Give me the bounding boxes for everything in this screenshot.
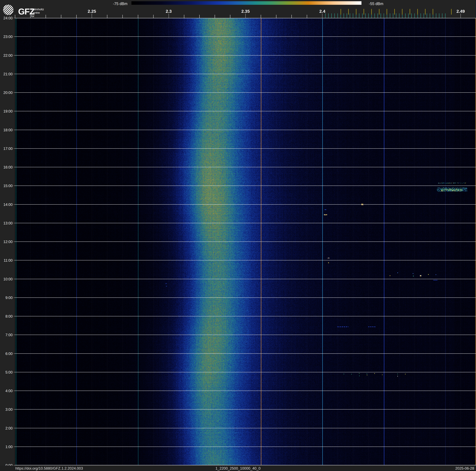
hour-tick: [14, 167, 15, 167]
freq-minor-tick: [153, 15, 153, 18]
freq-major-tick: [92, 14, 92, 18]
hour-tick-label: 7:00: [0, 333, 13, 337]
freq-tick-label: 2.25: [88, 9, 96, 14]
ble-channel-tick: [408, 13, 408, 18]
hour-tick: [14, 409, 15, 410]
hour-tick-label: 10:00: [0, 277, 13, 281]
hour-tick: [14, 279, 15, 279]
hour-tick-label: 9:00: [0, 296, 13, 300]
hour-tick: [14, 447, 15, 447]
freq-minor-tick: [122, 15, 123, 18]
hour-tick-label: 24:00: [0, 16, 13, 20]
hour-tick-label: 19:00: [0, 109, 13, 113]
hour-tick: [14, 465, 15, 466]
ble-channel-tick: [393, 13, 393, 18]
ble-channel-tick: [334, 13, 335, 18]
ble-channel-tick: [424, 13, 424, 18]
hour-tick-label: 13:00: [0, 221, 13, 225]
ble-channel-tick: [390, 13, 390, 18]
header-bar: GFZ Helmholtz Centre for Geosciences -75…: [0, 0, 476, 18]
freq-minor-tick: [30, 15, 31, 18]
wifi-channel-tick: [410, 9, 410, 15]
wifi-channel-tick: [394, 9, 395, 15]
colorbar-gradient: [131, 1, 361, 5]
hour-tick-label: 20:00: [0, 91, 13, 95]
freq-tick-label: 2.35: [241, 9, 250, 14]
wifi-channel-tick: [379, 9, 379, 15]
ble-channel-tick: [399, 13, 399, 18]
ble-channel-tick: [362, 13, 362, 18]
hour-tick-label: 4:00: [0, 389, 13, 393]
ble-channel-tick: [347, 13, 347, 18]
freq-minor-tick: [138, 15, 138, 18]
wifi-channel-tick: [348, 9, 349, 15]
hour-tick-label: 14:00: [0, 202, 13, 207]
wifi-channel-tick: [417, 9, 418, 15]
hour-tick: [14, 74, 15, 74]
ble-channel-tick: [421, 13, 421, 18]
ble-channel-tick: [353, 13, 353, 18]
hour-tick: [14, 55, 15, 55]
hour-tick: [14, 185, 15, 186]
freq-minor-tick: [46, 15, 46, 18]
hour-tick-label: 21:00: [0, 72, 13, 76]
ble-channel-tick: [374, 13, 375, 18]
freq-minor-tick: [276, 15, 276, 18]
hour-tick: [14, 372, 15, 372]
gfz-logo-icon: [3, 5, 14, 15]
ble-channel-tick: [344, 13, 344, 18]
freq-minor-tick: [230, 15, 230, 18]
freq-tick-label: 2.49: [457, 9, 465, 14]
ble-channel-tick: [430, 13, 430, 18]
hour-tick: [14, 335, 15, 335]
hour-tick: [14, 18, 15, 18]
ble-channel-tick: [359, 13, 359, 18]
ble-channel-tick: [381, 13, 381, 18]
footer-bar: https://doi.org/10.5880/GFZ.1.2.2024.003…: [0, 466, 476, 471]
freq-minor-tick: [107, 15, 107, 18]
hour-tick-label: 3:00: [0, 407, 13, 412]
wifi-channel-tick: [371, 9, 372, 15]
hour-tick: [14, 428, 15, 428]
freq-minor-tick: [61, 15, 61, 18]
ble-channel-tick: [439, 13, 439, 18]
freq-major-tick: [169, 14, 169, 18]
hour-tick: [14, 353, 15, 354]
hour-tick: [14, 92, 15, 93]
ble-channel-tick: [350, 13, 350, 18]
hour-tick-label: 16:00: [0, 165, 13, 169]
colorbar-max-label: -55 dBm: [369, 1, 383, 6]
freq-major-tick: [322, 14, 323, 18]
wifi-channel-tick: [356, 9, 357, 15]
wifi-channel-tick: [364, 9, 364, 15]
hour-tick: [14, 260, 15, 260]
wifi-channel-tick: [433, 9, 433, 15]
ble-channel-tick: [384, 13, 384, 18]
ble-channel-tick: [405, 13, 406, 18]
freq-minor-tick: [307, 15, 307, 18]
freq-minor-tick: [261, 15, 261, 18]
hour-tick: [14, 130, 15, 130]
hour-tick-label: 18:00: [0, 128, 13, 132]
hour-tick: [14, 36, 15, 37]
freq-tick-label: 2.4: [319, 9, 325, 14]
freq-minor-tick: [199, 15, 200, 18]
wifi-channel-tick: [451, 9, 452, 15]
ble-channel-tick: [445, 13, 445, 18]
hour-tick-label: 15:00: [0, 184, 13, 188]
freq-minor-tick: [215, 15, 215, 18]
ble-channel-tick: [368, 13, 369, 18]
wifi-channel-tick: [425, 9, 425, 15]
hour-tick-label: 8:00: [0, 314, 13, 319]
hour-tick: [14, 111, 15, 111]
gfz-logo-subtitle-line1: Helmholtz Centre: [31, 8, 48, 15]
hour-tick: [14, 241, 15, 242]
ble-channel-tick: [378, 13, 378, 18]
hour-tick-label: 23:00: [0, 35, 13, 39]
wifi-channel-tick: [340, 9, 341, 15]
hour-tick: [14, 204, 15, 205]
spectrogram-page: GFZ Helmholtz Centre for Geosciences -75…: [0, 0, 476, 471]
freq-minor-tick: [184, 15, 184, 18]
ble-channel-tick: [414, 13, 415, 18]
wifi-channel-tick: [387, 9, 387, 15]
